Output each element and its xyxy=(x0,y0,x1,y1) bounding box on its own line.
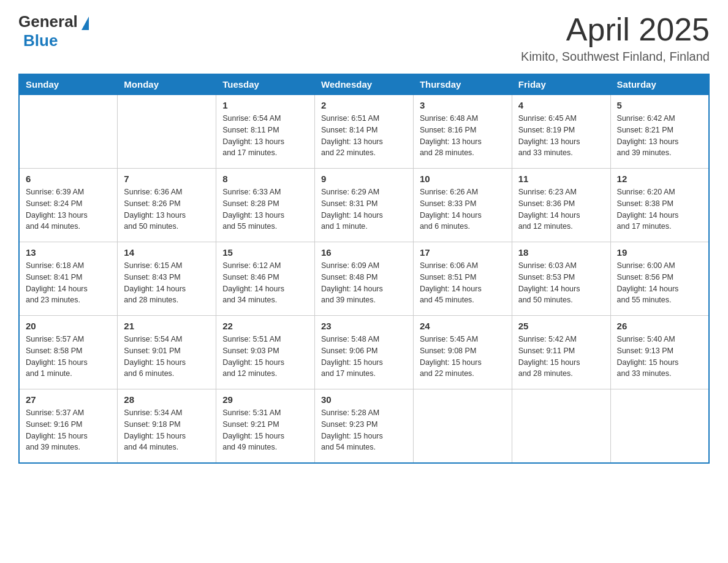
day-number: 21 xyxy=(124,321,210,331)
day-number: 17 xyxy=(420,247,506,258)
day-number: 29 xyxy=(222,394,308,405)
day-number: 3 xyxy=(420,100,506,110)
day-number: 9 xyxy=(321,174,407,184)
calendar-cell: 23Sunrise: 5:48 AMSunset: 9:06 PMDayligh… xyxy=(315,316,414,389)
day-number: 16 xyxy=(321,247,407,258)
day-info: Sunrise: 5:48 AMSunset: 9:06 PMDaylight:… xyxy=(321,334,407,380)
calendar-cell: 26Sunrise: 5:40 AMSunset: 9:13 PMDayligh… xyxy=(610,316,709,389)
calendar-week-row: 1Sunrise: 6:54 AMSunset: 8:11 PMDaylight… xyxy=(19,95,709,169)
logo-arrow-icon xyxy=(82,17,89,30)
weekday-header-saturday: Saturday xyxy=(610,74,709,95)
calendar-cell: 8Sunrise: 6:33 AMSunset: 8:28 PMDaylight… xyxy=(216,169,315,242)
day-number: 7 xyxy=(124,174,210,184)
day-number: 25 xyxy=(518,321,604,331)
day-info: Sunrise: 5:54 AMSunset: 9:01 PMDaylight:… xyxy=(124,334,210,380)
calendar-cell: 7Sunrise: 6:36 AMSunset: 8:26 PMDaylight… xyxy=(118,169,216,242)
calendar-cell: 29Sunrise: 5:31 AMSunset: 9:21 PMDayligh… xyxy=(216,389,315,463)
calendar-cell: 19Sunrise: 6:00 AMSunset: 8:56 PMDayligh… xyxy=(610,242,709,316)
day-info: Sunrise: 5:34 AMSunset: 9:18 PMDaylight:… xyxy=(124,407,210,453)
calendar-week-row: 13Sunrise: 6:18 AMSunset: 8:41 PMDayligh… xyxy=(19,242,709,316)
day-info: Sunrise: 6:09 AMSunset: 8:48 PMDaylight:… xyxy=(321,260,407,306)
day-info: Sunrise: 5:37 AMSunset: 9:16 PMDaylight:… xyxy=(26,407,111,453)
day-number: 20 xyxy=(26,321,111,331)
weekday-header-monday: Monday xyxy=(118,74,216,95)
day-number: 8 xyxy=(222,174,308,184)
calendar-cell: 2Sunrise: 6:51 AMSunset: 8:14 PMDaylight… xyxy=(315,95,414,169)
calendar-cell: 27Sunrise: 5:37 AMSunset: 9:16 PMDayligh… xyxy=(19,389,118,463)
day-info: Sunrise: 5:40 AMSunset: 9:13 PMDaylight:… xyxy=(617,334,702,380)
calendar-cell xyxy=(19,95,118,169)
calendar-cell: 28Sunrise: 5:34 AMSunset: 9:18 PMDayligh… xyxy=(118,389,216,463)
calendar-cell: 21Sunrise: 5:54 AMSunset: 9:01 PMDayligh… xyxy=(118,316,216,389)
calendar-week-row: 20Sunrise: 5:57 AMSunset: 8:58 PMDayligh… xyxy=(19,316,709,389)
day-number: 13 xyxy=(26,247,111,258)
day-info: Sunrise: 6:26 AMSunset: 8:33 PMDaylight:… xyxy=(420,186,506,232)
day-info: Sunrise: 6:36 AMSunset: 8:26 PMDaylight:… xyxy=(124,186,210,232)
day-info: Sunrise: 6:51 AMSunset: 8:14 PMDaylight:… xyxy=(321,113,407,159)
day-info: Sunrise: 6:45 AMSunset: 8:19 PMDaylight:… xyxy=(518,113,604,159)
calendar-cell xyxy=(610,389,709,463)
logo-general-text: General xyxy=(18,12,78,31)
day-info: Sunrise: 5:57 AMSunset: 8:58 PMDaylight:… xyxy=(26,334,111,380)
calendar-cell: 22Sunrise: 5:51 AMSunset: 9:03 PMDayligh… xyxy=(216,316,315,389)
day-number: 19 xyxy=(617,247,702,258)
day-number: 2 xyxy=(321,100,407,110)
day-number: 22 xyxy=(222,321,308,331)
calendar-cell: 9Sunrise: 6:29 AMSunset: 8:31 PMDaylight… xyxy=(315,169,414,242)
calendar-cell xyxy=(118,95,216,169)
day-number: 12 xyxy=(617,174,702,184)
day-number: 18 xyxy=(518,247,604,258)
weekday-header-wednesday: Wednesday xyxy=(315,74,414,95)
day-info: Sunrise: 6:54 AMSunset: 8:11 PMDaylight:… xyxy=(222,113,308,159)
day-number: 5 xyxy=(617,100,702,110)
day-number: 26 xyxy=(617,321,702,331)
title-section: April 2025 Kimito, Southwest Finland, Fi… xyxy=(521,12,710,64)
day-info: Sunrise: 6:12 AMSunset: 8:46 PMDaylight:… xyxy=(222,260,308,306)
day-info: Sunrise: 6:23 AMSunset: 8:36 PMDaylight:… xyxy=(518,186,604,232)
day-number: 15 xyxy=(222,247,308,258)
calendar-cell xyxy=(512,389,610,463)
day-info: Sunrise: 6:29 AMSunset: 8:31 PMDaylight:… xyxy=(321,186,407,232)
weekday-header-tuesday: Tuesday xyxy=(216,74,315,95)
day-info: Sunrise: 5:51 AMSunset: 9:03 PMDaylight:… xyxy=(222,334,308,380)
weekday-header-thursday: Thursday xyxy=(413,74,512,95)
weekday-header-friday: Friday xyxy=(512,74,610,95)
day-info: Sunrise: 6:03 AMSunset: 8:53 PMDaylight:… xyxy=(518,260,604,306)
day-info: Sunrise: 6:18 AMSunset: 8:41 PMDaylight:… xyxy=(26,260,111,306)
calendar-cell: 13Sunrise: 6:18 AMSunset: 8:41 PMDayligh… xyxy=(19,242,118,316)
location-subtitle: Kimito, Southwest Finland, Finland xyxy=(521,50,710,64)
calendar-cell: 17Sunrise: 6:06 AMSunset: 8:51 PMDayligh… xyxy=(413,242,512,316)
calendar-cell: 10Sunrise: 6:26 AMSunset: 8:33 PMDayligh… xyxy=(413,169,512,242)
page-header: General Blue April 2025 Kimito, Southwes… xyxy=(18,12,710,64)
calendar-cell: 15Sunrise: 6:12 AMSunset: 8:46 PMDayligh… xyxy=(216,242,315,316)
day-number: 28 xyxy=(124,394,210,405)
day-number: 23 xyxy=(321,321,407,331)
day-number: 4 xyxy=(518,100,604,110)
calendar-cell: 16Sunrise: 6:09 AMSunset: 8:48 PMDayligh… xyxy=(315,242,414,316)
day-info: Sunrise: 6:48 AMSunset: 8:16 PMDaylight:… xyxy=(420,113,506,159)
logo: General Blue xyxy=(18,12,89,50)
calendar-cell: 18Sunrise: 6:03 AMSunset: 8:53 PMDayligh… xyxy=(512,242,610,316)
weekday-header-row: SundayMondayTuesdayWednesdayThursdayFrid… xyxy=(19,74,709,95)
calendar-cell: 20Sunrise: 5:57 AMSunset: 8:58 PMDayligh… xyxy=(19,316,118,389)
day-number: 30 xyxy=(321,394,407,405)
day-number: 24 xyxy=(420,321,506,331)
calendar-table: SundayMondayTuesdayWednesdayThursdayFrid… xyxy=(18,74,710,464)
day-info: Sunrise: 5:31 AMSunset: 9:21 PMDaylight:… xyxy=(222,407,308,453)
calendar-cell: 1Sunrise: 6:54 AMSunset: 8:11 PMDaylight… xyxy=(216,95,315,169)
day-info: Sunrise: 5:45 AMSunset: 9:08 PMDaylight:… xyxy=(420,334,506,380)
day-number: 14 xyxy=(124,247,210,258)
calendar-cell: 6Sunrise: 6:39 AMSunset: 8:24 PMDaylight… xyxy=(19,169,118,242)
day-info: Sunrise: 6:15 AMSunset: 8:43 PMDaylight:… xyxy=(124,260,210,306)
calendar-cell: 14Sunrise: 6:15 AMSunset: 8:43 PMDayligh… xyxy=(118,242,216,316)
day-number: 11 xyxy=(518,174,604,184)
calendar-cell: 4Sunrise: 6:45 AMSunset: 8:19 PMDaylight… xyxy=(512,95,610,169)
calendar-week-row: 6Sunrise: 6:39 AMSunset: 8:24 PMDaylight… xyxy=(19,169,709,242)
day-info: Sunrise: 6:20 AMSunset: 8:38 PMDaylight:… xyxy=(617,186,702,232)
day-number: 1 xyxy=(222,100,308,110)
calendar-week-row: 27Sunrise: 5:37 AMSunset: 9:16 PMDayligh… xyxy=(19,389,709,463)
day-info: Sunrise: 6:42 AMSunset: 8:21 PMDaylight:… xyxy=(617,113,702,159)
month-title: April 2025 xyxy=(521,12,710,47)
calendar-cell: 5Sunrise: 6:42 AMSunset: 8:21 PMDaylight… xyxy=(610,95,709,169)
calendar-cell xyxy=(413,389,512,463)
